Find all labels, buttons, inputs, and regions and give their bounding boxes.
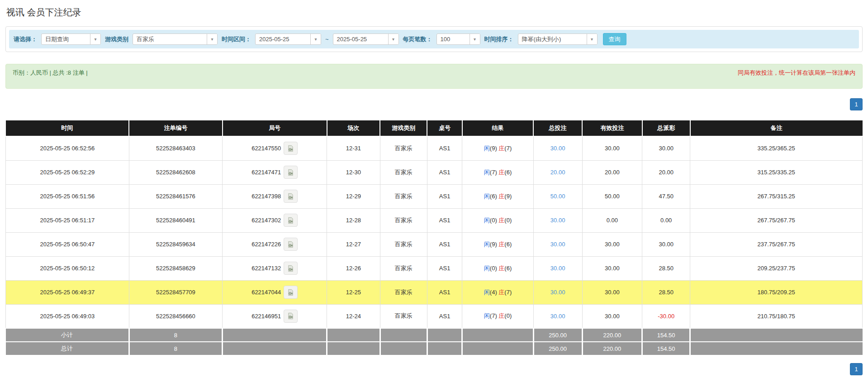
payout-cell: 28.50 xyxy=(642,256,690,280)
total-bet-cell: 30.00 xyxy=(533,256,582,280)
summary-currency-text: 币别：人民币 | 总共 :8 注单 | xyxy=(13,69,88,77)
pagination-bottom: 1 xyxy=(5,363,863,375)
payout-cell: 0.00 xyxy=(642,208,690,232)
total-bet-link[interactable]: 30.00 xyxy=(550,265,565,272)
date-to-select[interactable]: 2025-05-25 ▾ xyxy=(333,33,399,45)
page-title: 视讯 会员下注纪录 xyxy=(6,6,863,19)
total-bet-cell: 20.00 xyxy=(533,160,582,184)
payout-cell: 20.00 xyxy=(642,160,690,184)
header-bet-id: 注单编号 xyxy=(129,120,222,136)
page-size-select[interactable]: 100 ▾ xyxy=(436,33,480,45)
round-id: 622147132 xyxy=(251,265,281,272)
result-cell: 闲(9) 庄(7) xyxy=(462,136,533,160)
total-bet-link[interactable]: 20.00 xyxy=(550,169,565,176)
total-bet-link[interactable]: 30.00 xyxy=(550,217,565,224)
total-bet-link[interactable]: 30.00 xyxy=(550,289,565,296)
table-row: 2025-05-25 06:51:17522528460491622147302… xyxy=(6,208,863,232)
total-label: 总计 xyxy=(6,342,129,355)
bet-records-table: 时间 注单编号 局号 场次 游戏类别 桌号 结果 总投注 有效投注 总派彩 备注… xyxy=(5,120,863,356)
page-size-value: 100 xyxy=(437,34,470,44)
banker-result-score: (9) xyxy=(504,193,512,200)
total-row: 总计 8 250.00 220.00 154.50 xyxy=(6,342,863,355)
banker-result-score: (6) xyxy=(504,265,512,272)
time-cell: 2025-05-25 06:51:56 xyxy=(6,184,129,208)
table-no-cell: AS1 xyxy=(427,304,462,328)
chevron-down-icon: ▾ xyxy=(207,34,217,44)
total-bet-link[interactable]: 30.00 xyxy=(550,145,565,152)
chevron-down-icon: ▾ xyxy=(587,34,597,44)
session-cell: 12-29 xyxy=(327,184,380,208)
total-bet-link[interactable]: 50.00 xyxy=(550,193,565,200)
round-id: 622147471 xyxy=(251,169,281,176)
banker-result-score: (6) xyxy=(504,241,512,248)
total-valid-bet: 220.00 xyxy=(582,342,642,355)
time-sort-select[interactable]: 降幂(由大到小) ▾ xyxy=(518,33,598,45)
player-result-score: (0) xyxy=(490,217,497,224)
player-result-score: (6) xyxy=(490,193,497,200)
video-replay-button[interactable] xyxy=(284,310,298,323)
note-cell: 210.75/180.75 xyxy=(690,304,863,328)
page-size-label: 每页笔数： xyxy=(403,35,432,43)
search-button[interactable]: 查询 xyxy=(603,33,626,45)
result-cell: 闲(9) 庄(6) xyxy=(462,232,533,256)
round-cell: 622147398 xyxy=(223,184,327,208)
game-type-cell: 百家乐 xyxy=(380,208,427,232)
header-session: 场次 xyxy=(327,120,380,136)
query-type-select[interactable]: 日期查询 ▾ xyxy=(41,33,101,45)
time-cell: 2025-05-25 06:52:29 xyxy=(6,160,129,184)
video-replay-button[interactable] xyxy=(284,190,298,203)
total-bet-link[interactable]: 30.00 xyxy=(550,241,565,248)
game-type-cell: 百家乐 xyxy=(380,280,427,304)
game-type-cell: 百家乐 xyxy=(380,304,427,328)
player-result-label: 闲 xyxy=(484,312,490,319)
banker-result-score: (0) xyxy=(504,217,512,224)
video-replay-button[interactable] xyxy=(284,214,298,227)
page-1-button[interactable]: 1 xyxy=(850,98,863,110)
film-document-icon xyxy=(287,217,294,224)
table-header-row: 时间 注单编号 局号 场次 游戏类别 桌号 结果 总投注 有效投注 总派彩 备注 xyxy=(6,120,863,136)
subtotal-total-bet: 250.00 xyxy=(533,328,582,342)
page-1-button[interactable]: 1 xyxy=(850,363,863,375)
total-bet-cell: 30.00 xyxy=(533,136,582,160)
subtotal-payout: 154.50 xyxy=(642,328,690,342)
header-valid-bet: 有效投注 xyxy=(582,120,642,136)
subtotal-count: 8 xyxy=(129,328,222,342)
note-cell: 335.25/365.25 xyxy=(690,136,863,160)
video-replay-button[interactable] xyxy=(284,286,298,299)
time-cell: 2025-05-25 06:49:37 xyxy=(6,280,129,304)
game-type-select[interactable]: 百家乐 ▾ xyxy=(133,33,218,45)
header-game-type: 游戏类别 xyxy=(380,120,427,136)
video-replay-button[interactable] xyxy=(284,142,298,155)
total-payout: 154.50 xyxy=(642,342,690,355)
bet-id-cell: 522528457709 xyxy=(129,280,222,304)
session-cell: 12-31 xyxy=(327,136,380,160)
chevron-down-icon: ▾ xyxy=(388,34,398,44)
valid-bet-cell: 30.00 xyxy=(582,280,642,304)
payout-cell: 30.00 xyxy=(642,232,690,256)
note-cell: 267.75/267.75 xyxy=(690,208,863,232)
total-count: 8 xyxy=(129,342,222,355)
summary-bar: 币别：人民币 | 总共 :8 注单 | 同局有效投注，统一计算在该局第一张注单内 xyxy=(5,64,863,89)
chevron-down-icon: ▾ xyxy=(470,34,480,44)
note-cell: 237.75/267.75 xyxy=(690,232,863,256)
video-replay-button[interactable] xyxy=(284,166,298,179)
banker-result-score: (6) xyxy=(504,169,512,176)
session-cell: 12-27 xyxy=(327,232,380,256)
video-replay-button[interactable] xyxy=(284,262,298,275)
film-document-icon xyxy=(287,145,294,152)
valid-bet-cell: 0.00 xyxy=(582,208,642,232)
header-table-no: 桌号 xyxy=(427,120,462,136)
table-no-cell: AS1 xyxy=(427,184,462,208)
date-from-select[interactable]: 2025-05-25 ▾ xyxy=(255,33,321,45)
player-result-label: 闲 xyxy=(484,241,490,248)
banker-result-label: 庄 xyxy=(498,193,504,200)
valid-bet-cell: 50.00 xyxy=(582,184,642,208)
total-bet-link[interactable]: 30.00 xyxy=(550,313,565,320)
note-cell: 267.75/315.25 xyxy=(690,184,863,208)
date-range-separator: ~ xyxy=(325,36,329,43)
payout-cell: 30.00 xyxy=(642,136,690,160)
video-replay-button[interactable] xyxy=(284,238,298,251)
film-document-icon xyxy=(287,193,294,200)
subtotal-valid-bet: 220.00 xyxy=(582,328,642,342)
player-result-label: 闲 xyxy=(484,145,490,152)
